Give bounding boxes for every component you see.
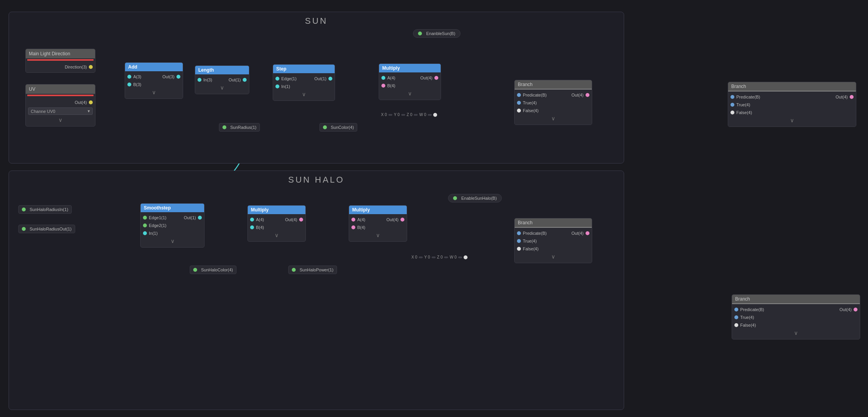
branch-out-port-right-sun[interactable] bbox=[850, 95, 854, 99]
z-box-halo[interactable] bbox=[444, 257, 448, 258]
enablesun-label: EnanbleSun(B) bbox=[426, 31, 455, 36]
multiply-b-port-halo1[interactable] bbox=[250, 225, 254, 229]
step-in-row: In(1) bbox=[273, 83, 335, 90]
branch-true-port-sun[interactable] bbox=[517, 101, 521, 105]
branch-true-port-halo[interactable] bbox=[517, 239, 521, 243]
branch-pred-port-right-halo[interactable] bbox=[734, 308, 738, 311]
step-in-label: In(1) bbox=[281, 84, 290, 89]
multiply-expand-sun[interactable]: ∨ bbox=[379, 90, 441, 98]
multiply-b-port-halo2[interactable] bbox=[351, 225, 355, 229]
branch-false-port-sun[interactable] bbox=[517, 109, 521, 113]
multiply-b-port-sun[interactable] bbox=[381, 84, 385, 88]
step-header: Step bbox=[273, 65, 335, 73]
sunhalo-color-port[interactable] bbox=[193, 268, 197, 272]
add-b-row: B(3) bbox=[125, 81, 183, 88]
xyzw-port-halo[interactable] bbox=[464, 255, 468, 259]
smoothstep-in-label: In(1) bbox=[149, 231, 158, 236]
enablesun-port[interactable] bbox=[418, 32, 422, 35]
sunhalo-power-port[interactable] bbox=[292, 268, 296, 272]
sunhalo-color-label: SunHaloColor(4) bbox=[201, 267, 233, 272]
smoothstep-expand[interactable]: ∨ bbox=[141, 237, 204, 246]
multiply-a-port-halo2[interactable] bbox=[351, 218, 355, 222]
branch-out-port-sun[interactable] bbox=[586, 93, 589, 97]
branch-false-port-right-halo[interactable] bbox=[734, 323, 738, 327]
step-in-port[interactable] bbox=[275, 84, 279, 88]
branch-false-right-halo: False(4) bbox=[732, 321, 860, 329]
add-header-sun: Add bbox=[125, 63, 183, 71]
uv-channel-dropdown[interactable]: Channe UV0 ▾ bbox=[28, 107, 93, 115]
step-expand[interactable]: ∨ bbox=[273, 90, 335, 99]
branch-predicate-row-halo: Predicate(B) Out(4) bbox=[515, 229, 592, 237]
w-box-halo[interactable] bbox=[458, 257, 462, 258]
w-box-sun[interactable] bbox=[428, 114, 432, 116]
enablesunhalo-port[interactable] bbox=[453, 196, 457, 200]
z-label-sun: Z 0 bbox=[407, 113, 412, 117]
multiply-out-port-halo1[interactable] bbox=[299, 218, 303, 222]
add-out-port[interactable] bbox=[176, 75, 180, 79]
length-out-port[interactable] bbox=[243, 78, 247, 82]
x-box-halo[interactable] bbox=[419, 257, 423, 258]
branch-false-port-right-sun[interactable] bbox=[730, 111, 734, 114]
branch-false-port-halo[interactable] bbox=[517, 247, 521, 251]
add-a-port[interactable] bbox=[127, 75, 131, 79]
length-in-port[interactable] bbox=[198, 78, 201, 82]
smoothstep-edge1-port[interactable] bbox=[143, 216, 147, 220]
sunhalo-radiusin-port[interactable] bbox=[22, 208, 26, 211]
branch-pred-right-sun: Predicate(B) Out(4) bbox=[728, 93, 856, 101]
multiply-a-port-halo1[interactable] bbox=[250, 218, 254, 222]
x-label-halo: X 0 bbox=[411, 255, 417, 259]
smoothstep-edge1-label: Edge1(1) bbox=[149, 215, 166, 220]
mld-header: Main Light Direction bbox=[26, 49, 95, 58]
add-out-label: Out(3) bbox=[162, 74, 175, 79]
branch-pred-port-right-sun[interactable] bbox=[730, 95, 734, 99]
branch-out-port-right-halo[interactable] bbox=[854, 308, 857, 311]
smoothstep-out-port[interactable] bbox=[198, 216, 202, 220]
multiply-a-port-sun[interactable] bbox=[381, 76, 385, 80]
smoothstep-edge2-port[interactable] bbox=[143, 223, 147, 227]
branch-true-lbl-right-halo: True(4) bbox=[740, 315, 754, 320]
branch-predicate-port-halo[interactable] bbox=[517, 231, 521, 235]
step-out-port[interactable] bbox=[328, 77, 332, 81]
multiply-expand-halo2[interactable]: ∨ bbox=[349, 231, 407, 240]
multiply-out-port-sun[interactable] bbox=[434, 76, 438, 80]
multiply-a-row-halo1: A(4) Out(4) bbox=[248, 216, 305, 223]
length-expand[interactable]: ∨ bbox=[195, 84, 249, 92]
branch-expand-sun[interactable]: ∨ bbox=[515, 114, 592, 123]
multiply-a-label-halo1: A(4) bbox=[256, 217, 264, 222]
sunradius-port[interactable] bbox=[222, 125, 226, 129]
uv-header: UV bbox=[26, 84, 95, 94]
sunhalo-radiusout-port[interactable] bbox=[22, 227, 26, 231]
suncolor-port[interactable] bbox=[323, 125, 327, 129]
y-box-sun[interactable] bbox=[401, 114, 405, 116]
branch-out-lbl-right-halo: Out(4) bbox=[840, 307, 852, 312]
x-box-sun[interactable] bbox=[388, 114, 392, 116]
mld-direction-port[interactable] bbox=[89, 65, 93, 69]
multiply-out-port-halo2[interactable] bbox=[400, 218, 404, 222]
z-box-sun[interactable] bbox=[414, 114, 418, 116]
uv-node: UV Out(4) Channe UV0 ▾ ∨ bbox=[25, 84, 95, 127]
y-box-halo[interactable] bbox=[432, 257, 436, 258]
branch-predicate-port-sun[interactable] bbox=[517, 93, 521, 97]
branch-true-port-right-sun[interactable] bbox=[730, 103, 734, 107]
step-edge-port[interactable] bbox=[275, 77, 279, 81]
xyzw-port-sun[interactable] bbox=[433, 113, 437, 117]
smoothstep-in-port[interactable] bbox=[143, 231, 147, 235]
branch-header-halo: Branch bbox=[515, 218, 592, 227]
branch-false-label-sun: False(4) bbox=[523, 108, 538, 113]
multiply-b-label-sun: B(4) bbox=[387, 83, 395, 88]
branch-out-port-halo[interactable] bbox=[586, 231, 589, 235]
smoothstep-edge2-label: Edge2(1) bbox=[149, 223, 166, 228]
branch-true-port-right-halo[interactable] bbox=[734, 315, 738, 319]
branch-out-label-sun: Out(4) bbox=[572, 93, 584, 97]
length-in-label: In(3) bbox=[203, 77, 212, 82]
add-b-port[interactable] bbox=[127, 83, 131, 86]
add-expand[interactable]: ∨ bbox=[125, 88, 183, 97]
branch-expand-right-sun[interactable]: ∨ bbox=[728, 116, 856, 125]
branch-true-row-sun: True(4) bbox=[515, 99, 592, 107]
multiply-expand-halo1[interactable]: ∨ bbox=[248, 231, 305, 240]
length-node: Length In(3) Out(1) ∨ bbox=[195, 65, 249, 94]
uv-out-port[interactable] bbox=[89, 100, 93, 104]
branch-expand-right-halo[interactable]: ∨ bbox=[732, 329, 860, 338]
uv-expand[interactable]: ∨ bbox=[26, 116, 95, 125]
sunhalo-title: SUN HALO bbox=[9, 171, 624, 187]
